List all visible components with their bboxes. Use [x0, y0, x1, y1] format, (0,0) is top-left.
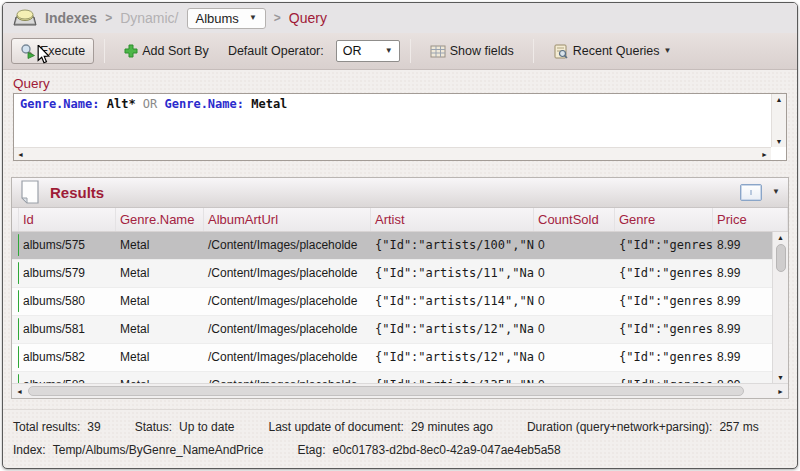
table-row[interactable]: albums/575 Metal /Content/Images/placeho…: [12, 232, 788, 260]
add-sort-by-label: Add Sort By: [142, 44, 209, 58]
cell-genre-name: Metal: [116, 344, 204, 371]
chevron-down-icon: ▼: [249, 14, 257, 22]
column-header-albumarturl[interactable]: AlbumArtUrl: [204, 208, 371, 231]
cell-artist: {"Id":"artists/100","Name":": [371, 232, 534, 259]
execute-button[interactable]: Execute: [11, 38, 94, 64]
query-toolbar: Execute Add Sort By Default Operator: OR…: [3, 33, 797, 70]
last-update: Last update of document: 29 minutes ago: [268, 420, 493, 434]
cell-countsold: 0: [534, 232, 615, 259]
cell-id: albums/580: [19, 288, 116, 315]
cell-artist: {"Id":"artists/114","Name":": [371, 288, 534, 315]
cell-genre: {"Id":"genres/3: [615, 344, 713, 371]
add-sort-by-button[interactable]: Add Sort By: [115, 39, 218, 63]
results-title: Results: [50, 184, 730, 201]
toolbar-separator: [104, 39, 105, 63]
results-horizontal-scrollbar[interactable]: ◄ ►: [12, 383, 788, 398]
scroll-left-icon[interactable]: ◄: [17, 151, 24, 158]
status-line-1: Total results: 39 Status: Up to date Las…: [13, 420, 787, 434]
scroll-down-icon[interactable]: ▼: [776, 138, 783, 145]
breadcrumb-indexes[interactable]: Indexes: [45, 10, 97, 26]
duration-label: Duration (query+network+parsing):: [527, 420, 712, 434]
status-label: Status:: [135, 420, 172, 434]
scroll-search-icon: [553, 44, 569, 59]
default-operator-label: Default Operator:: [228, 44, 324, 58]
scroll-right-icon[interactable]: ►: [777, 388, 784, 395]
breadcrumb-separator: >: [105, 11, 112, 25]
toolbar-separator: [533, 39, 534, 63]
table-row[interactable]: albums/582 Metal /Content/Images/placeho…: [12, 344, 788, 372]
etag-label: Etag:: [297, 443, 325, 457]
column-header-genre-name[interactable]: Genre.Name: [116, 208, 204, 231]
cell-id: albums/575: [19, 232, 116, 259]
table-row[interactable]: albums/583 Metal /Content/Images/placeho…: [12, 372, 788, 383]
cell-genre-name: Metal: [116, 260, 204, 287]
cell-countsold: 0: [534, 372, 615, 383]
status-bar: Total results: 39 Status: Up to date Las…: [3, 409, 797, 457]
index-status: Status: Up to date: [135, 420, 235, 434]
query-editor-vertical-scrollbar[interactable]: ▲ ▼: [771, 94, 786, 147]
query-editor[interactable]: Genre.Name: Alt* OR Genre.Name: Metal ▲ …: [13, 93, 787, 161]
scroll-down-icon[interactable]: ▼: [777, 374, 784, 381]
cell-countsold: 0: [534, 344, 615, 371]
show-fields-button[interactable]: Show fields: [421, 39, 523, 63]
cell-genre-name: Metal: [116, 232, 204, 259]
column-header-id[interactable]: Id: [19, 208, 116, 231]
breadcrumb-albums-dropdown[interactable]: Albums ▼: [187, 8, 266, 29]
query-token-field: Genre.Name:: [20, 97, 99, 111]
cell-artist: {"Id":"artists/11","Name":"B: [371, 260, 534, 287]
breadcrumb-albums-label: Albums: [196, 11, 239, 26]
status-line-2: Index: Temp/Albums/ByGenre_NameAndPrice …: [13, 443, 787, 457]
cell-genre: {"Id":"genres/3: [615, 372, 713, 383]
column-header-genre[interactable]: Genre: [615, 208, 713, 231]
index-label: Index:: [13, 443, 46, 457]
cell-countsold: 0: [534, 260, 615, 287]
breadcrumb-dynamic: Dynamic/: [120, 10, 178, 26]
chevron-down-icon: ▼: [664, 47, 672, 55]
cell-id: albums/583: [19, 372, 116, 383]
column-header-spacer: [12, 208, 19, 231]
scroll-up-icon[interactable]: ▲: [777, 234, 784, 241]
horizontal-scroll-thumb[interactable]: [28, 386, 744, 396]
cell-id: albums/582: [19, 344, 116, 371]
recent-queries-button[interactable]: Recent Queries ▼: [544, 39, 681, 64]
green-plus-icon: [124, 44, 138, 58]
document-icon: [20, 180, 40, 204]
table-row[interactable]: albums/580 Metal /Content/Images/placeho…: [12, 288, 788, 316]
last-update-label: Last update of document:: [268, 420, 403, 434]
scroll-up-icon[interactable]: ▲: [776, 96, 783, 103]
cell-id: albums/579: [19, 260, 116, 287]
results-column-header-row: Id Genre.Name AlbumArtUrl Artist CountSo…: [12, 208, 788, 232]
column-chooser-button[interactable]: [740, 184, 762, 201]
column-header-artist[interactable]: Artist: [371, 208, 534, 231]
duration-value: 257 ms: [719, 420, 758, 434]
scroll-left-icon[interactable]: ◄: [16, 388, 23, 395]
table-row[interactable]: albums/579 Metal /Content/Images/placeho…: [12, 260, 788, 288]
cell-countsold: 0: [534, 288, 615, 315]
cell-genre: {"Id":"genres/3: [615, 288, 713, 315]
breadcrumb-query: Query: [289, 10, 327, 26]
table-row[interactable]: albums/581 Metal /Content/Images/placeho…: [12, 316, 788, 344]
scroll-right-icon[interactable]: ►: [761, 151, 768, 158]
results-header: Results ▼: [12, 178, 788, 208]
chevron-down-icon: ▼: [385, 47, 393, 55]
cell-albumarturl: /Content/Images/placeholde: [204, 260, 371, 287]
column-header-price[interactable]: Price: [713, 208, 788, 231]
etag: Etag: e0c01783-d2bd-8ec0-42a9-047ae4eb5a…: [297, 443, 560, 457]
breadcrumb: Indexes > Dynamic/ Albums ▼ > Query: [3, 3, 797, 33]
default-operator-select[interactable]: OR ▼: [336, 40, 400, 62]
cell-id: albums/581: [19, 316, 116, 343]
column-header-countsold[interactable]: CountSold: [534, 208, 615, 231]
query-editor-horizontal-scrollbar[interactable]: ◄ ►: [14, 147, 771, 160]
total-results: Total results: 39: [13, 420, 101, 434]
vertical-scroll-thumb[interactable]: [776, 244, 786, 272]
etag-value: e0c01783-d2bd-8ec0-42a9-047ae4eb5a58: [333, 443, 561, 457]
chevron-down-icon[interactable]: ▼: [772, 188, 780, 196]
cell-artist: {"Id":"artists/12","Name":"B: [371, 344, 534, 371]
results-vertical-scrollbar[interactable]: ▲ ▼: [772, 232, 788, 383]
cell-albumarturl: /Content/Images/placeholde: [204, 344, 371, 371]
status-value: Up to date: [179, 420, 234, 434]
query-text[interactable]: Genre.Name: Alt* OR Genre.Name: Metal: [14, 94, 786, 115]
cell-albumarturl: /Content/Images/placeholde: [204, 288, 371, 315]
search-run-icon: [20, 43, 36, 59]
query-token-operator: OR: [143, 97, 157, 111]
